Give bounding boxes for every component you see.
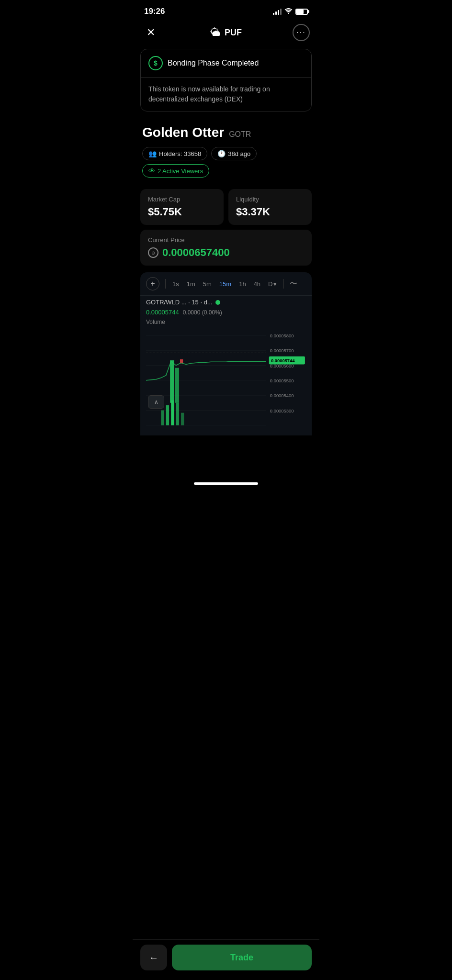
token-symbol: GOTR: [229, 130, 251, 139]
status-icons: [273, 8, 308, 15]
header-center: 🌥 PUF: [210, 26, 242, 39]
header: ✕ 🌥 PUF ···: [133, 20, 319, 49]
chart-add-button[interactable]: +: [146, 277, 159, 290]
close-button[interactable]: ✕: [142, 24, 159, 41]
home-indicator: [194, 482, 258, 485]
chevron-down-icon: ▾: [273, 280, 277, 288]
chart-current-price: 0.00005744: [146, 309, 179, 316]
bonding-dollar-icon: $: [148, 56, 163, 70]
svg-rect-9: [161, 410, 164, 425]
token-info: Golden Otter GOTR 👥 Holders: 33658 🕐 38d…: [133, 117, 319, 189]
more-button[interactable]: ···: [293, 24, 310, 41]
holders-label: Holders: 33658: [159, 150, 201, 157]
svg-text:0.00005800: 0.00005800: [270, 333, 294, 338]
chart-section: + 1s 1m 5m 15m 1h 4h D ▾ 〜 GOTR/WLD ... …: [140, 272, 312, 435]
coin-icon: ⊖: [148, 247, 158, 258]
volume-label: Volume: [140, 319, 312, 325]
bonding-header: $ Bonding Phase Completed: [141, 49, 311, 78]
price-card: Current Price ⊖ 0.0000657400: [140, 230, 312, 266]
timeframe-1h[interactable]: 1h: [236, 278, 249, 290]
market-cap-value: $5.75K: [148, 206, 216, 218]
price-row: ⊖ 0.0000657400: [148, 246, 304, 259]
bonding-body: This token is now available for trading …: [141, 78, 311, 111]
svg-text:0.00005500: 0.00005500: [270, 378, 294, 383]
battery-icon: [295, 9, 308, 15]
svg-rect-15: [175, 368, 179, 403]
chart-toolbar: + 1s 1m 5m 15m 1h 4h D ▾ 〜: [140, 272, 312, 296]
more-icon: ···: [296, 28, 305, 37]
svg-rect-12: [176, 403, 179, 425]
svg-rect-13: [181, 413, 184, 425]
svg-text:0.00005744: 0.00005744: [271, 358, 295, 363]
timeframe-4h[interactable]: 4h: [251, 278, 263, 290]
svg-text:0.00005300: 0.00005300: [270, 408, 294, 413]
svg-text:0.00005700: 0.00005700: [270, 348, 294, 353]
bonding-card: $ Bonding Phase Completed This token is …: [140, 49, 312, 111]
status-bar: 19:26: [133, 0, 319, 20]
chart-price-change: 0.0000 (0.00%): [183, 309, 222, 316]
price-label: Current Price: [148, 236, 304, 244]
liquidity-card: Liquidity $3.37K: [228, 189, 312, 225]
status-time: 19:26: [144, 7, 165, 16]
timeframe-15m[interactable]: 15m: [216, 278, 234, 290]
tags-row: 👥 Holders: 33658 🕐 38d ago 👁 2 Active Vi…: [142, 147, 310, 178]
liquidity-value: $3.37K: [236, 206, 304, 218]
bonding-title: Bonding Phase Completed: [168, 59, 259, 67]
chart-pair: GOTR/WLD ... · 15 · d...: [146, 299, 213, 306]
liquidity-label: Liquidity: [236, 196, 304, 203]
svg-rect-10: [166, 405, 169, 425]
viewers-label: 2 Active Viewers: [158, 167, 203, 175]
bonding-description: This token is now available for trading …: [148, 84, 304, 104]
live-indicator: [215, 300, 220, 305]
eye-icon: 👁: [148, 167, 155, 175]
svg-text:0.00005400: 0.00005400: [270, 393, 294, 398]
svg-point-0: [288, 13, 289, 14]
chevron-up-icon: ∧: [154, 399, 158, 405]
time-tag: 🕐 38d ago: [211, 147, 257, 160]
chart-type-button[interactable]: 〜: [290, 279, 297, 289]
holders-icon: 👥: [148, 150, 157, 157]
header-title: PUF: [225, 28, 242, 38]
chart-svg: 0.00005800 0.00005700 0.00005600 0.00005…: [146, 325, 306, 435]
volume-toggle[interactable]: ∧: [148, 395, 164, 409]
time-label: 38d ago: [228, 150, 250, 157]
stats-grid: Market Cap $5.75K Liquidity $3.37K: [133, 189, 319, 225]
timeframe-1m[interactable]: 1m: [184, 278, 198, 290]
close-icon: ✕: [147, 26, 155, 39]
viewers-tag[interactable]: 👁 2 Active Viewers: [142, 164, 209, 178]
holders-tag[interactable]: 👥 Holders: 33658: [142, 147, 207, 160]
signal-icon: [273, 9, 282, 15]
wifi-icon: [284, 8, 293, 15]
timeframe-d-dropdown[interactable]: D ▾: [265, 278, 280, 290]
svg-rect-11: [171, 401, 174, 425]
price-value: 0.0000657400: [162, 246, 230, 259]
chart-main: 0.00005800 0.00005700 0.00005600 0.00005…: [146, 325, 306, 435]
market-cap-card: Market Cap $5.75K: [140, 189, 224, 225]
svg-rect-14: [170, 360, 174, 403]
token-name: Golden Otter: [142, 125, 224, 140]
chart-info-bar: GOTR/WLD ... · 15 · d...: [140, 296, 312, 308]
plus-icon: +: [150, 279, 155, 288]
clock-icon: 🕐: [217, 150, 226, 157]
market-cap-label: Market Cap: [148, 196, 216, 203]
token-cloud-icon: 🌥: [210, 26, 221, 39]
toolbar-divider-1: [165, 279, 166, 289]
token-name-row: Golden Otter GOTR: [142, 125, 310, 140]
volume-collapse-button[interactable]: ∧: [148, 395, 164, 409]
toolbar-divider-2: [283, 279, 284, 289]
timeframe-1s[interactable]: 1s: [170, 278, 182, 290]
timeframe-5m[interactable]: 5m: [200, 278, 215, 290]
